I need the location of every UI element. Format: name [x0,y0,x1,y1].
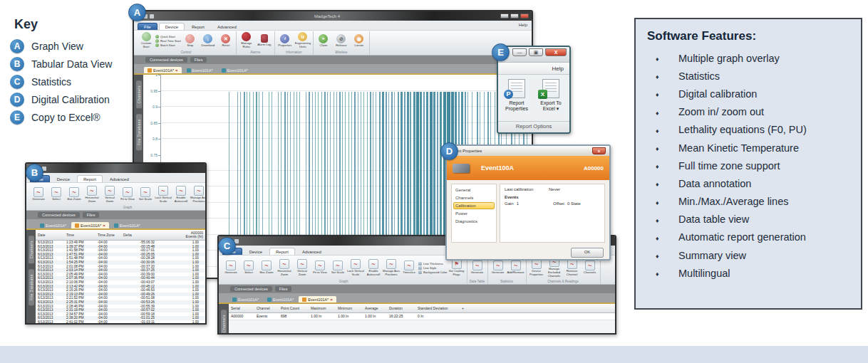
panel-tab-connected-devices[interactable]: Connected devices [38,212,80,218]
ribbon-tab-device[interactable]: Device [51,176,76,182]
ribbon-tab-file[interactable]: File [138,23,157,30]
close-tab-icon[interactable]: × [103,223,105,228]
quick-start-button[interactable]: Quick Start [155,35,181,38]
ribbon-tab-advanced[interactable]: Advanced [296,248,327,255]
side-tab-file-database[interactable]: File Database [136,114,142,150]
column-date[interactable]: Date [38,233,66,237]
close-tab-icon[interactable]: × [175,68,178,73]
line-style-button[interactable]: Line Style [418,266,448,270]
close-button[interactable] [520,14,529,19]
select-button[interactable]: Select [240,261,257,275]
document-tab[interactable]: Event101A*× [144,67,182,73]
side-tab-channels[interactable]: Channels [221,310,227,333]
timeslice-button[interactable]: Timeslice [401,261,418,275]
stats-column-maximum[interactable]: Maximum [311,306,338,310]
properties-button[interactable]: iProperties [277,34,294,48]
vertical-zoom-button[interactable]: Vertical Zoom [101,186,118,203]
enable-autoscroll-button[interactable]: Enable Autoscroll [172,186,190,203]
panel-tab-connected-devices[interactable]: Connected devices [145,57,187,63]
set-scale-button[interactable]: Set Scale [329,261,346,275]
select-button[interactable]: Select [48,187,65,201]
document-tab[interactable]: Event101A* [183,67,217,73]
table-header[interactable]: Date Time Time Zone Delta A00000 Events … [36,230,205,241]
vertical-zoom-button[interactable]: Vertical Zoom [294,259,311,276]
close-button[interactable]: X [545,48,567,56]
dialog-title-bar[interactable]: Event Properties x [447,146,609,156]
stats-column-minimum[interactable]: Minimum [338,306,365,310]
add-remove-button[interactable]: Add/Remove [507,261,525,275]
download-button[interactable]: ↓Download [200,34,217,48]
panel-tab-files[interactable]: Files [83,212,100,218]
document-tab[interactable]: Event101A* [229,296,262,302]
offset-value[interactable]: 0 State [567,201,581,206]
properties-nav-channels[interactable]: Channels [453,194,495,201]
ok-button[interactable]: OK [571,248,604,258]
document-tab[interactable]: Event101A* [218,67,252,73]
claim-button[interactable]: +Claim [315,34,332,48]
stats-column-average[interactable]: Average [365,306,389,310]
engineering-units-button[interactable]: uEngineering Units [294,32,311,48]
gain-value[interactable]: 1 [517,201,519,206]
properties-nav-calibration[interactable]: Calibration [453,202,495,209]
generate-button[interactable]: Generate [222,261,239,275]
document-tab[interactable]: Event101A*× [299,296,336,302]
document-tab[interactable]: Event101A* [264,296,297,302]
panel-tab-files[interactable]: Files [190,57,207,63]
custom-start-button[interactable]: Custom Start [138,32,155,48]
remove-channel-button[interactable]: Remove Channel [564,259,581,276]
properties-nav-diagnostics[interactable]: Diagnostics [453,218,495,225]
stats-column-standard-deviation[interactable]: Standard Deviation [418,306,462,310]
device-properties-button[interactable]: Device Properties [528,259,545,276]
generate-button[interactable]: Generate [490,261,507,275]
alarm-log-button[interactable]: Alarm Log [256,34,273,47]
side-tab-channels[interactable]: Channels [136,80,142,108]
generate-button[interactable]: Generate [469,261,486,275]
fit-to-view-button[interactable]: Fit to View [119,187,136,201]
box-zoom-button[interactable]: Box Zoom [258,261,275,275]
report-properties-button[interactable]: PReport Properties [500,79,534,112]
channels-button[interactable]: Channels [582,261,599,275]
help-link[interactable]: Help [552,65,564,72]
background-color-button[interactable]: Background Color [418,270,448,274]
export-to-excel-button[interactable]: XExport To Excel ▾ [534,79,568,112]
reset-button[interactable]: ✕Reset [217,34,234,48]
ribbon-tab-device[interactable]: Device [244,248,268,255]
ribbon-tab-advanced[interactable]: Advanced [212,23,242,30]
stats-column-serial[interactable]: Serial [231,306,257,310]
batch-start-button[interactable]: Batch Start [155,43,181,47]
table-body[interactable]: 6/13/20131:23:49 PM-04:00-55:06:321.006/… [36,241,205,323]
close-tab-icon[interactable]: × [330,298,333,302]
minimize-button[interactable]: — [512,48,527,56]
undo-icon[interactable] [150,14,154,19]
ribbon-tab-report[interactable]: Report [269,248,295,255]
generate-button[interactable]: Generate [30,187,47,201]
horizontal-zoom-button[interactable]: Horizontal Zoom [276,259,293,276]
release-button[interactable]: ⊘Release [333,34,350,48]
properties-nav-general[interactable]: General [453,186,495,194]
line-thickness-button[interactable]: Line Thickness [418,262,448,265]
close-button[interactable]: x [592,147,606,154]
statistics-row[interactable]: A00000Events6981.00 In1.00 In1.00 In16:2… [229,313,615,320]
real-time-start-button[interactable]: Real Time Start [155,39,181,43]
side-tab-channels[interactable]: Channels [29,236,34,263]
manage-axis-positions-button[interactable]: Manage Axis Positions [190,186,207,203]
panel-tab-connected-devices[interactable]: Connected devices [230,286,272,292]
column-time[interactable]: Time [66,233,98,237]
panel-tab-files[interactable]: Files [275,286,292,292]
ribbon-tab-device[interactable]: Device [159,23,185,30]
table-row[interactable]: 6/13/20132:41:02 PM-04:00-01:03:111.00 [36,320,205,323]
locate-button[interactable]: ◉Locate [351,34,368,48]
column-delta[interactable]: Delta [123,233,159,237]
set-scale-button[interactable]: Set Scale [137,187,154,201]
stats-column-channel[interactable]: Channel [257,306,281,310]
fit-to-view-button[interactable]: Fit to View [311,261,329,275]
help-link[interactable]: Help [519,23,527,27]
title-bar[interactable] [26,164,205,173]
set-cooling-flags-button[interactable]: Set Cooling Flags [448,259,465,276]
ribbon-tab-report[interactable]: Report [186,23,210,30]
minimize-button[interactable] [500,14,509,19]
document-tab[interactable]: Event101A* [110,222,144,228]
lock-vertical-scale-button[interactable]: Lock Vertical Scale [347,259,364,276]
manage-axis-positions-button[interactable]: Manage Axis Positions [383,259,400,276]
maximize-button[interactable]: ▣ [529,48,543,56]
